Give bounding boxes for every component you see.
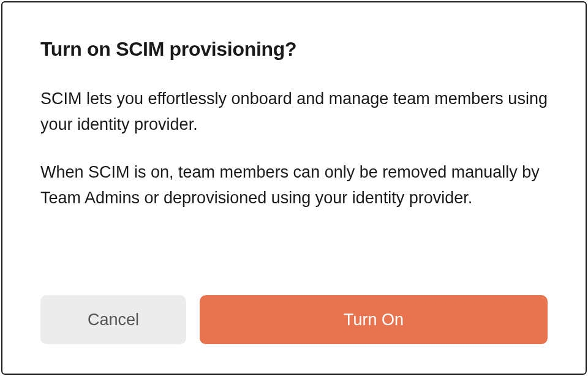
confirmation-dialog: Turn on SCIM provisioning? SCIM lets you… bbox=[1, 1, 587, 375]
dialog-title: Turn on SCIM provisioning? bbox=[40, 38, 548, 61]
dialog-paragraph: When SCIM is on, team members can only b… bbox=[40, 160, 548, 211]
dialog-paragraph: SCIM lets you effortlessly onboard and m… bbox=[40, 86, 548, 138]
turn-on-button[interactable]: Turn On bbox=[200, 295, 548, 344]
dialog-body: SCIM lets you effortlessly onboard and m… bbox=[40, 86, 548, 295]
cancel-button[interactable]: Cancel bbox=[40, 295, 186, 344]
dialog-actions: Cancel Turn On bbox=[40, 295, 548, 344]
